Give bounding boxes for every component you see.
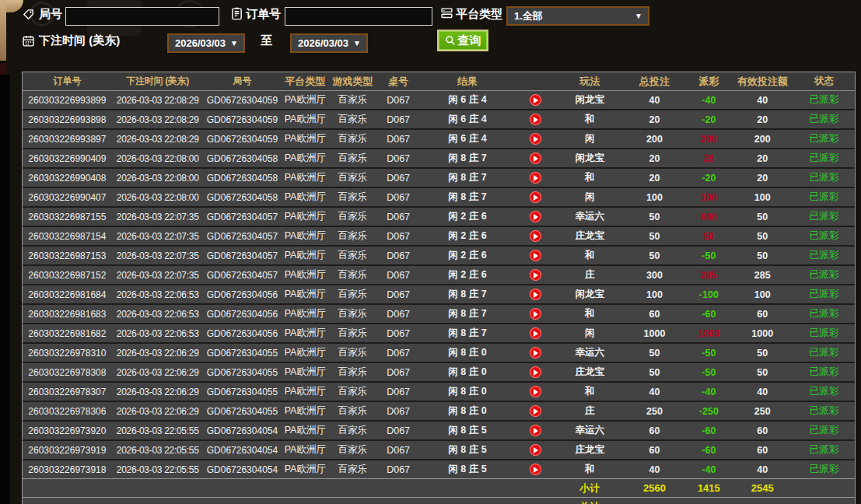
cell-replay	[514, 133, 557, 145]
play-icon[interactable]	[530, 347, 541, 359]
date-from-value: 2026/03/03	[169, 37, 230, 49]
cell-order-no: 260303226993898	[23, 114, 112, 125]
cell-replay	[514, 327, 557, 339]
cell-platform: PA欧洲厅	[281, 424, 329, 437]
cell-result: 闲 8 庄 0	[421, 385, 514, 398]
play-icon[interactable]	[530, 211, 541, 222]
cell-table-no: D067	[376, 95, 421, 106]
chevron-down-icon: ▼	[353, 39, 366, 47]
cell-status: 已派彩	[793, 404, 855, 418]
cell-valid-bet: 20	[731, 114, 793, 125]
cell-total-bet: 50	[623, 231, 687, 242]
cell-valid-bet: 40	[731, 95, 793, 106]
play-icon[interactable]	[530, 191, 541, 203]
cell-game-no: GD06726304056	[204, 289, 282, 300]
cell-valid-bet: 20	[731, 173, 793, 184]
cell-game-no: GD06726304057	[204, 270, 282, 281]
total-label: 总计	[557, 500, 623, 504]
date-from-picker[interactable]: 2026/03/03 ▼	[167, 33, 245, 53]
date-to-picker[interactable]: 2026/03/03 ▼	[290, 33, 368, 53]
play-icon[interactable]	[530, 114, 541, 125]
game-no-label: 局号	[39, 7, 62, 22]
cell-platform: PA欧洲厅	[281, 307, 329, 320]
cell-play-type: 幸运六	[557, 210, 623, 223]
cell-status: 已派彩	[793, 307, 855, 320]
play-icon[interactable]	[530, 425, 541, 436]
cell-payout: 285	[686, 270, 731, 281]
cell-valid-bet: 100	[731, 192, 793, 203]
cell-game-type: 百家乐	[329, 404, 376, 418]
play-icon[interactable]	[530, 366, 541, 378]
cell-replay	[514, 250, 557, 261]
order-no-input[interactable]	[285, 7, 432, 26]
play-icon[interactable]	[530, 230, 541, 242]
cell-total-bet: 40	[623, 464, 687, 475]
play-icon[interactable]	[530, 289, 541, 300]
cell-total-bet: 250	[623, 406, 687, 417]
cell-platform: PA欧洲厅	[281, 113, 329, 126]
play-icon[interactable]	[530, 152, 541, 164]
cell-game-no: GD06726304055	[204, 406, 282, 417]
tag-icon	[22, 8, 35, 21]
cell-payout: -40	[686, 464, 731, 475]
cell-game-no: GD06726304058	[204, 173, 282, 184]
play-icon[interactable]	[530, 250, 541, 261]
col-header-valid: 有效投注额	[731, 75, 793, 89]
play-icon[interactable]	[530, 308, 541, 320]
table-row: 260303226987153 2026-03-03 22:07:35 GD06…	[23, 245, 855, 264]
cell-game-type: 百家乐	[329, 249, 376, 262]
play-icon[interactable]	[530, 405, 541, 417]
cell-total-bet: 1000	[623, 328, 687, 339]
cell-payout: -20	[686, 114, 731, 125]
platform-type-value: 1.全部	[508, 9, 635, 23]
cell-table-no: D067	[376, 406, 421, 417]
col-header-table-no: 桌号	[376, 75, 421, 89]
cell-total-bet: 60	[623, 425, 687, 436]
cell-play-type: 闲龙宝	[557, 152, 623, 165]
query-button[interactable]: 查询	[437, 30, 488, 51]
cell-payout: -60	[686, 425, 731, 436]
play-icon[interactable]	[530, 464, 541, 475]
cell-valid-bet: 40	[731, 387, 793, 397]
cell-order-no: 260303226973918	[23, 464, 112, 475]
cell-play-type: 庄	[557, 268, 623, 282]
table-row: 260303226981683 2026-03-03 22:06:53 GD06…	[23, 303, 855, 323]
cell-platform: PA欧洲厅	[281, 249, 329, 262]
cell-payout: -40	[686, 387, 731, 397]
cell-table-no: D067	[376, 348, 421, 359]
cell-table-no: D067	[376, 212, 421, 222]
cell-result: 闲 8 庄 0	[421, 346, 514, 359]
play-icon[interactable]	[530, 386, 541, 397]
cell-order-no: 260303226990407	[23, 192, 112, 203]
cell-valid-bet: 50	[731, 231, 793, 242]
play-icon[interactable]	[530, 327, 541, 339]
play-icon[interactable]	[530, 269, 541, 281]
play-icon[interactable]	[530, 444, 541, 456]
cell-replay	[514, 366, 557, 378]
play-icon[interactable]	[530, 94, 541, 106]
cell-play-type: 和	[557, 385, 623, 398]
cell-game-type: 百家乐	[329, 132, 376, 145]
cell-game-type: 百家乐	[329, 327, 376, 340]
left-gutter	[0, 75, 10, 504]
cell-payout: -20	[686, 173, 731, 184]
game-no-input[interactable]	[65, 7, 219, 26]
cell-bet-time: 2026-03-03 22:08:00	[112, 153, 204, 164]
play-icon[interactable]	[530, 172, 541, 184]
cell-payout: -50	[686, 250, 731, 261]
cell-result: 闲 6 庄 4	[421, 113, 514, 126]
cell-platform: PA欧洲厅	[281, 191, 329, 204]
cell-platform: PA欧洲厅	[281, 152, 329, 165]
query-button-label: 查询	[458, 33, 481, 48]
cell-result: 闲 2 庄 6	[421, 268, 514, 282]
table-row: 260303226981684 2026-03-03 22:06:53 GD06…	[23, 284, 855, 303]
left-frame-strip	[0, 0, 6, 61]
table-header-row: 订单号 下注时间 (美东) 局号 平台类型 游戏类型 桌号 结果 玩法 总投注 …	[23, 72, 855, 91]
cell-status: 已派彩	[793, 346, 855, 359]
play-icon[interactable]	[530, 133, 541, 145]
cell-replay	[514, 425, 557, 436]
table-row: 260303226990407 2026-03-03 22:08:00 GD06…	[23, 187, 855, 206]
platform-type-select[interactable]: 1.全部 ▼	[506, 6, 649, 26]
cell-bet-time: 2026-03-03 22:05:55	[112, 445, 204, 456]
cell-platform: PA欧洲厅	[281, 404, 329, 418]
